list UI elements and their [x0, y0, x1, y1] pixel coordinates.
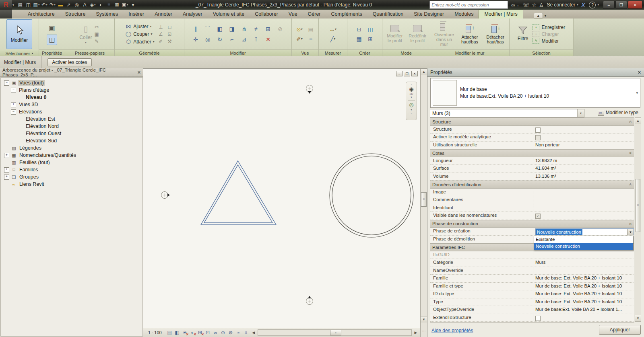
view-restore-icon[interactable]: ❐	[404, 71, 410, 76]
tree-item-familles[interactable]: +⌸Familles	[1, 166, 142, 173]
revit-app-button[interactable]: R	[0, 0, 12, 10]
checkbox-visible-dans-les-nomenclatures[interactable]: ✓	[535, 214, 541, 219]
properties-help-link[interactable]: Aide des propriétés	[431, 328, 473, 333]
properties-header[interactable]: Propriétés ✕	[427, 68, 644, 77]
collapse-chevron-icon[interactable]: «	[629, 121, 633, 123]
window-resize-grip[interactable]: ⋯	[421, 329, 427, 333]
subscription-center-icon[interactable]: ⌐	[517, 2, 520, 8]
zoom-region-icon[interactable]: ◎	[409, 102, 413, 108]
hscroll-right-icon[interactable]: ▶	[413, 331, 419, 335]
cut-profile-icon[interactable]: ∠	[157, 31, 164, 37]
tab-architecture[interactable]: Architecture	[23, 10, 60, 18]
tab-ins-rer[interactable]: Insérer	[123, 10, 149, 18]
tab-volume-et-site[interactable]: Volume et site	[208, 10, 250, 18]
panel-label-clipboard[interactable]: Presse-papiers	[65, 49, 114, 56]
checkbox-extendtostructure[interactable]	[535, 316, 541, 321]
text-icon[interactable]: A	[81, 1, 89, 9]
tab-vue[interactable]: Vue	[283, 10, 303, 18]
tree-item-plans-d-tage[interactable]: −Plans d'étage	[1, 86, 142, 94]
search-binoculars-icon[interactable]: ∞	[511, 2, 515, 8]
redo-icon[interactable]: ↷	[49, 1, 56, 9]
collapse-icon[interactable]: −	[4, 80, 9, 86]
close-button[interactable]: ✕	[628, 1, 642, 9]
properties-toggle-icon[interactable]: ◫	[47, 35, 57, 45]
tree-item-el-vation-ouest[interactable]: −Elévation Ouest	[1, 130, 142, 137]
collapse-chevron-icon[interactable]: «	[629, 222, 633, 225]
visual-style-icon[interactable]: ◧	[174, 329, 181, 336]
geometry-attacher[interactable]: ⬡Attacher▾	[125, 39, 155, 45]
analytical-model-icon[interactable]: ≈	[235, 329, 242, 336]
trim-extend-icon[interactable]: ⌐	[227, 35, 237, 43]
crop-region-visible-icon[interactable]: ⊡	[204, 329, 211, 336]
elevation-marker-south[interactable]	[306, 296, 313, 305]
undo-icon[interactable]: ↶	[41, 1, 48, 9]
properties-scrollbar[interactable]: ▲ ≡ ▼	[635, 117, 641, 322]
dropdown-item-nouvelle-construction[interactable]: Nouvelle construction	[534, 243, 633, 250]
modify-button[interactable]: Modifier	[6, 19, 32, 49]
phase-combo[interactable]: Nouvelle construction▼	[535, 228, 634, 235]
tree-item-el-vation-nord[interactable]: −Elévation Nord	[1, 123, 142, 130]
hide-elements-bulb-icon[interactable]: ⊙▾	[295, 25, 304, 33]
tab-structure[interactable]: Structure	[60, 10, 91, 18]
reveal-hidden-elements-icon[interactable]: ⊙	[220, 329, 227, 336]
section-cotes[interactable]: Cotes«	[430, 149, 634, 157]
panel-label-view[interactable]: Vue	[292, 49, 318, 56]
signin-person-icon[interactable]: ♙	[539, 2, 544, 8]
tab-annoter[interactable]: Annoter	[149, 10, 178, 18]
expand-icon[interactable]: +	[4, 175, 9, 180]
wall-ouverture-dans-un-mur[interactable]: Ouverture dans un mur	[432, 21, 456, 47]
horizontal-scrollbar[interactable]: ≡	[258, 329, 412, 336]
tab-quantification[interactable]: Quantification	[367, 10, 409, 18]
elevation-marker-west[interactable]	[161, 192, 170, 199]
checkbox-activer-le-mod-le-analytique[interactable]	[535, 135, 541, 140]
copy-icon[interactable]: ▣	[93, 31, 100, 37]
wall-joins-icon[interactable]: ⊥	[157, 24, 164, 30]
crop-view-icon[interactable]: ⊞	[197, 329, 204, 336]
properties-palette-icon[interactable]: ▣	[47, 23, 57, 33]
move-icon[interactable]: ✛	[191, 35, 200, 43]
unjoin-icon[interactable]: ⊡	[166, 31, 173, 37]
measure-icon[interactable]: ▬	[57, 1, 64, 9]
open-icon[interactable]: ▤	[17, 1, 24, 9]
reveal-constraints-icon[interactable]: ⌗	[243, 329, 250, 336]
panel-label-properties[interactable]: Propriétés	[39, 49, 65, 56]
tree-item-el-vation-sud[interactable]: −Elévation Sud	[1, 137, 142, 144]
edit-type-button[interactable]: ▤ Modifier le type	[595, 108, 641, 117]
wall-attacher-haut-bas[interactable]: ↑Attacher haut/bas	[458, 24, 482, 44]
zoom-arrow-icon[interactable]: ▾	[411, 108, 412, 111]
expand-icon[interactable]: +	[4, 153, 9, 158]
tree-item-l-gendes[interactable]: −▤Légendes	[1, 144, 142, 152]
panel-label-modify-wall[interactable]: Modifier le mur	[430, 49, 509, 56]
tree-item-el-vations[interactable]: −Elévations	[1, 108, 142, 115]
tree-item-niveau-0[interactable]: −Niveau 0	[1, 94, 142, 101]
tag-by-category-icon[interactable]: ◎	[73, 1, 80, 9]
mode-modifier-le-profil[interactable]: Modifier le profil	[384, 25, 406, 43]
vscroll-down-icon[interactable]: ▼	[421, 316, 427, 323]
linework-icon[interactable]: ✐	[157, 38, 164, 44]
communication-center-icon[interactable]: ☏	[523, 2, 529, 8]
customize-qat-icon[interactable]: ▾	[129, 1, 137, 9]
vscroll-thumb[interactable]: ≡	[421, 192, 427, 207]
delete-icon[interactable]: ✕	[264, 35, 273, 43]
shadows-icon[interactable]: ◐	[189, 329, 196, 336]
project-browser-close-icon[interactable]: ✕	[137, 70, 141, 75]
tab-site-designer[interactable]: Site Designer	[409, 10, 449, 18]
apply-button[interactable]: Appliquer	[599, 325, 641, 335]
match-type-icon[interactable]: ✎	[93, 38, 100, 44]
vertical-scrollbar[interactable]: ▲ ≡ ▼ ⋯	[420, 69, 427, 337]
beam-join-icon[interactable]: ◻	[166, 24, 173, 30]
offset-icon[interactable]: ⌒	[203, 25, 213, 33]
tab-compl-ments[interactable]: Compléments	[326, 10, 367, 18]
cut-icon[interactable]: ✂	[93, 24, 100, 30]
copy-icon[interactable]: ◎	[203, 35, 213, 43]
scale-icon[interactable]: ⊿	[239, 35, 249, 43]
override-graphics-icon[interactable]: ▤	[306, 25, 316, 33]
project-browser-header[interactable]: Arborescence du projet - _07_Triangle Ce…	[0, 68, 143, 77]
section-phase-de-construction[interactable]: Phase de construction«	[430, 220, 634, 228]
unpin-icon[interactable]: ⊘	[276, 25, 285, 33]
switch-windows-icon[interactable]: ▣	[121, 1, 129, 9]
view-minimize-icon[interactable]: ‒	[396, 71, 402, 76]
split-with-gap-icon[interactable]: ≠	[252, 25, 261, 33]
section-icon[interactable]: ◐	[97, 1, 105, 9]
selection-filter-combo[interactable]: Murs (3) ▾	[430, 109, 584, 117]
